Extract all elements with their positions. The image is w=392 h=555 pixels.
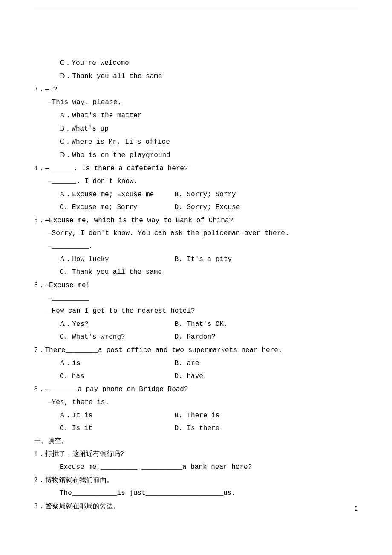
option-text: It's a pity: [187, 256, 232, 263]
q2-option-c: C．You're welcome: [34, 56, 358, 70]
q5-reply: —Sorry, I don't know. You can ask the po…: [34, 227, 358, 240]
q3-reply: —This way, please.: [34, 96, 358, 109]
q7-options-row2: C. has D. have: [34, 370, 358, 383]
question-text: —_______a pay phone on Bridge Road?: [45, 386, 188, 393]
option-letter: C．: [60, 58, 72, 67]
q3-prompt: 3．—_?: [34, 83, 358, 96]
option-letter: A．: [60, 111, 72, 119]
top-rule: [34, 9, 358, 9]
page-number: 2: [355, 506, 358, 512]
q8-reply: —Yes, there is.: [34, 396, 358, 409]
q8-options-row1: A．It is B. There is: [34, 409, 358, 422]
fill1-cn: 1．打扰了，这附近有银行吗?: [34, 447, 358, 461]
q2-option-d: D．Thank you all the same: [34, 70, 358, 83]
question-number: 7．: [34, 346, 45, 354]
option-letter: D．: [60, 72, 72, 80]
option-letter: B.: [175, 256, 187, 263]
option-text: What's the matter: [72, 112, 141, 119]
option-letter: D.: [175, 372, 187, 380]
option-letter: A．: [60, 359, 72, 367]
option-letter: C.: [60, 333, 72, 341]
q5-options-row1: A．How lucky B. It's a pity: [34, 253, 358, 266]
exercise-content: C．You're welcome D．Thank you all the sam…: [34, 56, 358, 513]
option-letter: B.: [175, 360, 187, 367]
question-number: 8．: [34, 385, 45, 393]
option-letter: A．: [60, 411, 72, 419]
question-chinese: 博物馆就在我们前面。: [45, 477, 113, 484]
option-text: Sorry; Sorry: [187, 191, 236, 198]
question-number: 3．: [34, 85, 45, 93]
question-text: There________a post office and two super…: [45, 346, 282, 354]
option-text: How lucky: [72, 256, 109, 263]
q3-option-c: C．Where is Mr. Li's office: [34, 135, 358, 148]
q6-reply2: —How can I get to the nearest hotel?: [34, 305, 358, 317]
option-text: It is: [72, 412, 92, 419]
question-number: 5．: [34, 216, 45, 224]
question-text: —______. Is there a cafeteria here?: [45, 165, 188, 172]
option-letter: A．: [60, 320, 72, 328]
option-letter: D.: [175, 203, 187, 211]
q6-options-row2: C. What's wrong? D. Pardon?: [34, 331, 358, 343]
option-letter: C.: [60, 203, 72, 211]
option-text: That's OK.: [187, 320, 228, 328]
q8-prompt: 8．—_______a pay phone on Bridge Road?: [34, 383, 358, 396]
question-text: —Excuse me!: [45, 282, 90, 289]
option-text: Pardon?: [187, 333, 215, 341]
fill2-en: The___________is just___________________…: [34, 487, 358, 500]
q4-options-row1: A．Excuse me; Excuse me B. Sorry; Sorry: [34, 188, 358, 201]
option-text: Yes?: [72, 320, 88, 328]
option-text: Who is on the playground: [72, 151, 170, 159]
option-text: Where is Mr. Li's office: [72, 138, 170, 146]
option-text: Is it: [72, 424, 92, 432]
option-letter: B.: [175, 412, 187, 419]
question-number: 3．: [34, 502, 45, 510]
q4-options-row2: C. Excuse me; Sorry D. Sorry; Excuse: [34, 201, 358, 214]
option-text: What's up: [72, 125, 108, 133]
q8-options-row2: C. Is it D. Is there: [34, 422, 358, 435]
option-letter: A．: [60, 255, 72, 263]
question-chinese: 警察局就在邮局的旁边。: [45, 503, 120, 510]
question-number: 6．: [34, 281, 45, 289]
option-letter: D．: [60, 151, 72, 159]
option-text: Excuse me; Excuse me: [72, 191, 154, 198]
q3-option-a: A．What's the matter: [34, 109, 358, 122]
q5-options-row2: C. Thank you all the same: [34, 266, 358, 279]
option-letter: D.: [175, 424, 187, 432]
option-text: There is: [187, 412, 219, 419]
q7-options-row1: A．is B. are: [34, 357, 358, 370]
option-text: have: [187, 372, 203, 380]
question-text: —_?: [45, 86, 58, 93]
question-number: 1．: [34, 450, 45, 458]
q5-reply2: —_________.: [34, 240, 358, 253]
option-text: You're welcome: [72, 59, 129, 67]
question-text: —Excuse me, which is the way to Bank of …: [45, 217, 233, 224]
fill2-cn: 2．博物馆就在我们前面。: [34, 474, 358, 487]
option-text: Sorry; Excuse: [187, 203, 240, 211]
q4-prompt: 4．—______. Is there a cafeteria here?: [34, 162, 358, 175]
fill3-cn: 3．警察局就在邮局的旁边。: [34, 500, 358, 513]
q6-prompt: 6．—Excuse me!: [34, 279, 358, 292]
question-chinese: 打扰了，这附近有银行吗?: [45, 450, 124, 458]
option-text: Is there: [187, 424, 219, 432]
option-letter: B．: [60, 124, 72, 132]
option-text: Thank you all the same: [72, 268, 162, 276]
option-text: are: [187, 360, 199, 367]
option-letter: B.: [175, 191, 187, 198]
section-title: 一、填空。: [34, 435, 358, 447]
option-letter: D.: [175, 333, 187, 341]
option-letter: C．: [60, 137, 72, 145]
option-text: What's wrong?: [72, 333, 125, 341]
question-number: 4．: [34, 164, 45, 172]
option-letter: C.: [60, 372, 72, 380]
q4-reply: —______. I don't know.: [34, 175, 358, 188]
fill1-en: Excuse me,_________ __________a bank nea…: [34, 461, 358, 474]
option-letter: C.: [60, 268, 72, 276]
q6-options-row1: A．Yes? B. That's OK.: [34, 317, 358, 331]
q3-option-b: B．What's up: [34, 122, 358, 135]
option-text: Excuse me; Sorry: [72, 203, 138, 211]
q6-reply: —_________: [34, 292, 358, 305]
option-letter: C.: [60, 424, 72, 432]
q7-prompt: 7．There________a post office and two sup…: [34, 343, 358, 357]
option-text: Thank you all the same: [72, 73, 162, 80]
option-text: has: [72, 372, 84, 380]
